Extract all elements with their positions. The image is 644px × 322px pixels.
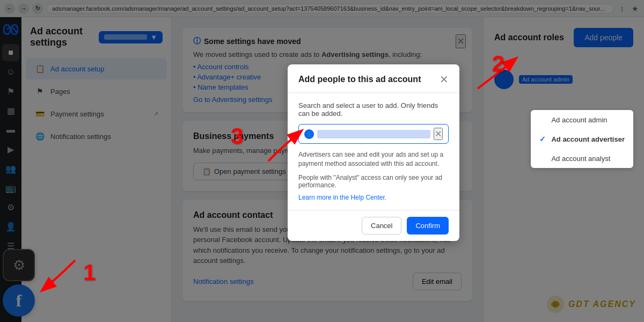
learn-more-link[interactable]: Learn more in the Help Center.: [298, 194, 386, 201]
modal-title: Add people to this ad account: [298, 75, 421, 84]
modal-close-btn[interactable]: ✕: [440, 73, 449, 86]
annotation-num1: 1: [83, 260, 96, 286]
search-input-value: [317, 130, 430, 138]
role-admin[interactable]: Ad account admin: [531, 110, 633, 129]
modal-header: Add people to this ad account ✕: [288, 64, 459, 93]
role-analyst[interactable]: Ad account analyst: [531, 149, 633, 168]
add-people-modal: Add people to this ad account ✕ Search a…: [288, 64, 459, 241]
confirm-btn[interactable]: Confirm: [407, 217, 449, 235]
analyst-note: People with "Analyst" access can only se…: [298, 174, 449, 189]
search-clear-btn[interactable]: ✕: [434, 128, 443, 140]
modal-footer: Cancel Confirm: [288, 210, 459, 241]
arrow-annotation-1: [32, 255, 86, 298]
role-advertiser[interactable]: ✓ Ad account advertiser: [531, 129, 633, 149]
role-dropdown: Ad account admin ✓ Ad account advertiser…: [531, 110, 633, 168]
cancel-btn[interactable]: Cancel: [362, 217, 401, 235]
annotation-num3: 3: [231, 123, 243, 149]
annotation-num2: 2: [492, 51, 504, 77]
modal-description: Advertisers can see and edit your ads an…: [298, 150, 449, 169]
search-user-container: 👤 ✕: [298, 124, 449, 144]
modal-subtitle: Search and select a user to add. Only fr…: [298, 101, 449, 118]
modal-body: Search and select a user to add. Only fr…: [288, 93, 459, 210]
arrow-annotation-3: [258, 123, 311, 166]
